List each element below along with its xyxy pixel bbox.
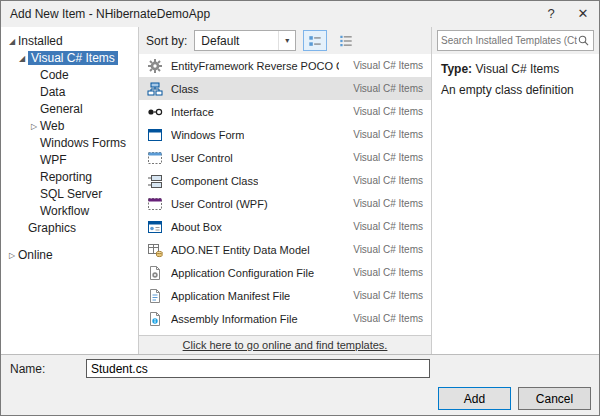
add-new-item-dialog: Add New Item - NHibernateDemoApp ? ✕ ◢In… (0, 0, 600, 416)
template-category: Visual C# Items (347, 152, 423, 163)
sort-by-label: Sort by: (146, 34, 187, 48)
chevron-down-icon: ▾ (278, 31, 295, 50)
category-tree: ◢Installed ◢Visual C# Items Code Data Ge… (1, 27, 139, 354)
online-templates-link-row: Click here to go online and find templat… (139, 335, 431, 354)
sort-by-dropdown[interactable]: Default ▾ (194, 30, 296, 51)
app-config-file-icon (147, 265, 163, 281)
sidebar-item-label: WPF (40, 153, 67, 167)
details-panel: Type: Visual C# Items An empty class def… (432, 27, 599, 354)
template-description: An empty class definition (441, 83, 590, 97)
template-category: Visual C# Items (347, 290, 423, 301)
template-name: Application Manifest File (171, 290, 290, 302)
template-name: ADO.NET Entity Data Model (171, 244, 310, 256)
template-category: Visual C# Items (347, 83, 423, 94)
online-templates-link[interactable]: Click here to go online and find templat… (183, 339, 388, 351)
template-row-user-control-wpf[interactable]: User Control (WPF) Visual C# Items (139, 192, 431, 215)
windows-form-icon (147, 127, 163, 143)
template-category: Visual C# Items (347, 244, 423, 255)
cancel-button[interactable]: Cancel (518, 387, 591, 410)
expanded-triangle-icon: ◢ (16, 50, 28, 67)
template-name: Interface (171, 106, 214, 118)
sidebar-item-installed[interactable]: ◢Installed (1, 33, 138, 50)
sidebar-item-label: Graphics (28, 221, 76, 235)
search-box (437, 30, 594, 51)
template-row-entity-data-model[interactable]: ADO.NET Entity Data Model Visual C# Item… (139, 238, 431, 261)
class-icon (147, 81, 163, 97)
add-button[interactable]: Add (438, 387, 511, 410)
template-details: Type: Visual C# Items An empty class def… (432, 54, 599, 354)
template-row-windows-form[interactable]: Windows Form Visual C# Items (139, 123, 431, 146)
ef-generator-icon (147, 58, 163, 74)
type-value: Visual C# Items (475, 62, 559, 76)
template-type-line: Type: Visual C# Items (441, 62, 590, 76)
template-row-assembly-info-file[interactable]: Assembly Information File Visual C# Item… (139, 307, 431, 330)
sidebar-item-reporting[interactable]: Reporting (1, 169, 138, 186)
template-row-app-config-file[interactable]: Application Configuration File Visual C#… (139, 261, 431, 284)
close-button[interactable]: ✕ (567, 1, 599, 27)
sidebar-item-label: Reporting (40, 170, 92, 184)
small-icons-view-button[interactable] (334, 30, 358, 51)
sidebar-item-sql-server[interactable]: SQL Server (1, 186, 138, 203)
sidebar-item-online[interactable]: ▷Online (1, 247, 138, 264)
template-row-about-box[interactable]: About Box Visual C# Items (139, 215, 431, 238)
sidebar-item-code[interactable]: Code (1, 67, 138, 84)
template-category: Visual C# Items (347, 221, 423, 232)
assembly-info-file-icon (147, 311, 163, 327)
medium-icons-view-icon (308, 34, 322, 48)
title-bar: Add New Item - NHibernateDemoApp ? ✕ (1, 1, 599, 27)
template-name: Class (171, 83, 199, 95)
dialog-body: ◢Installed ◢Visual C# Items Code Data Ge… (1, 27, 599, 355)
sidebar-item-graphics[interactable]: Graphics (1, 220, 138, 237)
template-name: User Control (WPF) (171, 198, 268, 210)
search-row (432, 27, 599, 54)
template-list-panel: Sort by: Default ▾ EntityFramework Rever… (139, 27, 432, 354)
medium-icons-view-button[interactable] (303, 30, 327, 51)
template-row-interface[interactable]: Interface Visual C# Items (139, 100, 431, 123)
sidebar-item-data[interactable]: Data (1, 84, 138, 101)
help-button[interactable]: ? (535, 1, 567, 27)
sort-toolbar: Sort by: Default ▾ (139, 27, 431, 54)
name-row: Name: (1, 355, 599, 382)
app-manifest-file-icon (147, 288, 163, 304)
sidebar-item-workflow[interactable]: Workflow (1, 203, 138, 220)
template-name: EntityFramework Reverse POCO Code First … (171, 60, 339, 72)
collapsed-triangle-icon: ▷ (6, 247, 18, 264)
template-category: Visual C# Items (347, 198, 423, 209)
template-category: Visual C# Items (347, 60, 423, 71)
template-row-app-manifest-file[interactable]: Application Manifest File Visual C# Item… (139, 284, 431, 307)
sidebar-item-general[interactable]: General (1, 101, 138, 118)
template-name: About Box (171, 221, 222, 233)
name-input[interactable] (86, 359, 430, 378)
template-name: Assembly Information File (171, 313, 298, 325)
sidebar-item-label: Data (40, 85, 65, 99)
name-label: Name: (10, 362, 86, 376)
expanded-triangle-icon: ◢ (6, 33, 18, 50)
search-icon[interactable] (577, 34, 590, 47)
template-row-user-control[interactable]: User Control Visual C# Items (139, 146, 431, 169)
sidebar-item-label: Windows Forms (40, 136, 126, 150)
sidebar-item-label: Visual C# Items (28, 51, 118, 65)
button-row: Add Cancel (1, 382, 599, 415)
interface-icon (147, 104, 163, 120)
sidebar-item-label: Code (40, 68, 69, 82)
template-category: Visual C# Items (347, 313, 423, 324)
template-category: Visual C# Items (347, 267, 423, 278)
template-name: User Control (171, 152, 233, 164)
dialog-title: Add New Item - NHibernateDemoApp (1, 7, 535, 21)
sidebar-item-windows-forms[interactable]: Windows Forms (1, 135, 138, 152)
template-row-ef-generator[interactable]: EntityFramework Reverse POCO Code First … (139, 54, 431, 77)
template-row-component-class[interactable]: Component Class Visual C# Items (139, 169, 431, 192)
search-input[interactable] (441, 35, 577, 46)
sidebar-item-label: General (40, 102, 83, 116)
template-list: EntityFramework Reverse POCO Code First … (139, 54, 431, 335)
template-name: Component Class (171, 175, 258, 187)
user-control-wpf-icon (147, 196, 163, 212)
template-category: Visual C# Items (347, 175, 423, 186)
template-name: Application Configuration File (171, 267, 314, 279)
template-row-class[interactable]: Class Visual C# Items (139, 77, 431, 100)
sidebar-item-label: Web (40, 119, 64, 133)
sidebar-item-web[interactable]: ▷Web (1, 118, 138, 135)
template-category: Visual C# Items (347, 129, 423, 140)
sidebar-item-visual-csharp-items[interactable]: ◢Visual C# Items (1, 50, 138, 67)
sidebar-item-wpf[interactable]: WPF (1, 152, 138, 169)
